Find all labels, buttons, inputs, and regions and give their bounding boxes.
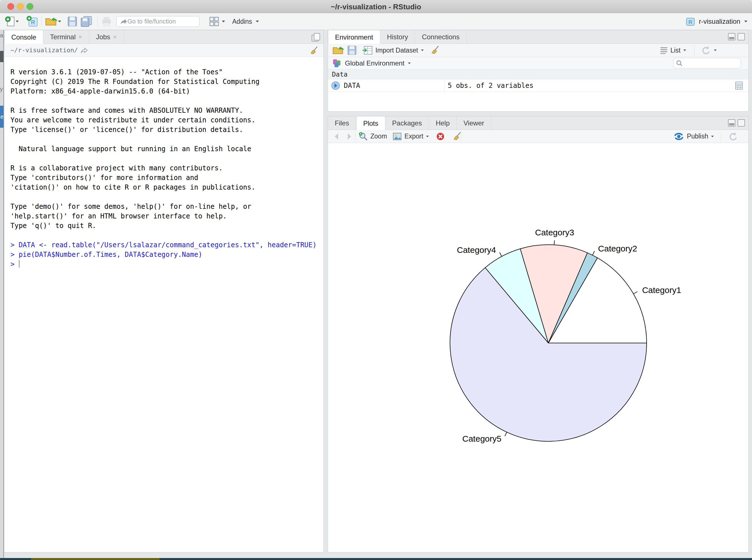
new-file-caret [16,21,19,22]
tab-connections[interactable]: Connections [415,30,466,44]
background-strip-segment [31,558,160,560]
environment-tabbar: EnvironmentHistoryConnections [328,30,748,44]
import-dataset-caret [421,49,424,51]
edge-fragment: y [0,86,4,93]
tab-label: Files [335,119,349,127]
minimize-pane-icon[interactable] [728,119,735,126]
console-output-line: 'citation()' on how to cite R or R packa… [11,182,323,192]
maximize-pane-icon[interactable] [737,33,745,40]
console-prompt-line[interactable]: > [11,259,323,269]
project-cube-icon: R [685,16,696,27]
zoom-plot-button[interactable]: Zoom [359,132,387,141]
console-output-line: You are welcome to redistribute it under… [11,115,323,125]
panes-grid-icon [208,16,220,27]
environment-toolbar: Import Dataset List [328,44,748,57]
save-all-button[interactable] [80,16,93,27]
console-output-line: Natural language support but running in … [11,144,323,154]
pie-label-category5: Category5 [463,434,502,443]
addins-button[interactable]: Addins [232,16,259,27]
close-tab-icon[interactable]: × [79,33,82,41]
plot-area: Category1Category2Category3Category4Cate… [328,143,748,552]
tab-history[interactable]: History [380,30,415,44]
popout-pane-icon[interactable] [311,33,320,41]
list-view-button[interactable]: List [659,47,687,54]
import-dataset-button[interactable]: Import Dataset [362,45,424,55]
tab-label: Console [11,33,36,41]
environment-cube-icon [332,58,342,68]
print-button[interactable] [101,16,112,27]
project-caret [744,21,747,22]
tab-label: Connections [422,33,459,41]
refresh-environment-button[interactable] [700,45,717,56]
tab-files[interactable]: Files [328,116,356,130]
tab-jobs[interactable]: Jobs× [89,30,124,44]
open-file-caret [58,21,61,22]
remove-plot-icon[interactable] [435,132,445,141]
maximize-pane-icon[interactable] [737,119,745,126]
label-tick [633,292,637,294]
background-desktop-strip [0,558,752,560]
console-output-line [11,96,323,106]
open-workspace-icon[interactable] [332,45,344,56]
environment-search-box[interactable] [673,58,741,68]
background-window-edge: a y e [0,30,4,558]
tab-plots[interactable]: Plots [356,116,385,130]
console-output-line [11,192,323,202]
plots-pane: FilesPlotsPackagesHelpViewer Zoom [328,116,749,552]
goto-file-box[interactable] [116,16,200,27]
console-output-line: R is a collaborative project with many c… [11,163,323,173]
export-plot-button[interactable]: Export [392,132,429,141]
save-button[interactable] [67,16,77,27]
console-output[interactable]: R version 3.6.1 (2019-07-05) -- "Action … [4,57,323,552]
tab-label: Terminal [50,33,76,41]
close-tab-icon[interactable]: × [113,33,117,41]
tab-viewer[interactable]: Viewer [457,116,491,130]
pie-chart: Category1Category2Category3Category4Cate… [328,143,748,552]
save-workspace-icon[interactable] [347,45,357,55]
save-icon [67,16,77,27]
addins-label: Addins [232,18,252,25]
publish-icon [673,132,685,142]
tab-help[interactable]: Help [429,116,456,130]
environment-scope-label[interactable]: Global Environment [345,59,405,67]
project-label: r-visualization [699,18,740,25]
edge-selected-fragment: e [0,106,4,128]
expand-object-icon[interactable] [331,81,340,91]
scope-caret[interactable] [408,62,411,64]
clear-environment-broom-icon[interactable] [430,45,440,55]
project-menu-button[interactable]: R r-visualization [685,16,748,27]
publish-plot-label: Publish [687,133,708,140]
new-project-button[interactable]: R [26,16,38,27]
environment-search-input[interactable] [683,60,737,66]
forward-arrow-icon[interactable] [344,132,353,141]
goto-directory-icon[interactable] [80,47,88,54]
refresh-plot-icon[interactable] [727,131,738,142]
new-file-button[interactable] [4,16,19,27]
window-title: ~/r-visualization - RStudio [0,3,752,11]
console-input-line: > pie(DATA$Number.of.Times, DATA$Categor… [11,250,323,259]
title-bar[interactable]: ~/r-visualization - RStudio [0,0,752,13]
tab-console[interactable]: Console [4,30,43,44]
new-project-icon: R [26,16,38,27]
refresh-caret [714,49,717,51]
tab-environment[interactable]: Environment [328,30,380,44]
env-object-row[interactable]: DATA5 obs. of 2 variables [328,79,748,92]
panes-layout-button[interactable] [208,16,225,27]
open-file-button[interactable] [45,16,62,27]
list-view-caret [683,49,686,51]
rstudio-window: ~/r-visualization - RStudio R [0,0,752,560]
tab-terminal[interactable]: Terminal× [43,30,89,44]
console-tabbar: ConsoleTerminal×Jobs× [4,30,323,44]
goto-file-input[interactable] [127,18,192,25]
tab-label: Plots [363,120,378,127]
edge-fragment: a [0,32,4,39]
console-output-line: 'help.start()' for an HTML browser inter… [11,211,323,221]
view-table-icon[interactable] [735,81,743,90]
tab-label: Packages [392,119,422,127]
minimize-pane-icon[interactable] [728,33,735,40]
back-arrow-icon[interactable] [332,132,342,141]
tab-packages[interactable]: Packages [385,116,429,130]
publish-plot-button[interactable]: Publish [673,132,714,142]
clear-console-broom-icon[interactable] [309,45,319,55]
export-plot-label: Export [405,133,423,140]
